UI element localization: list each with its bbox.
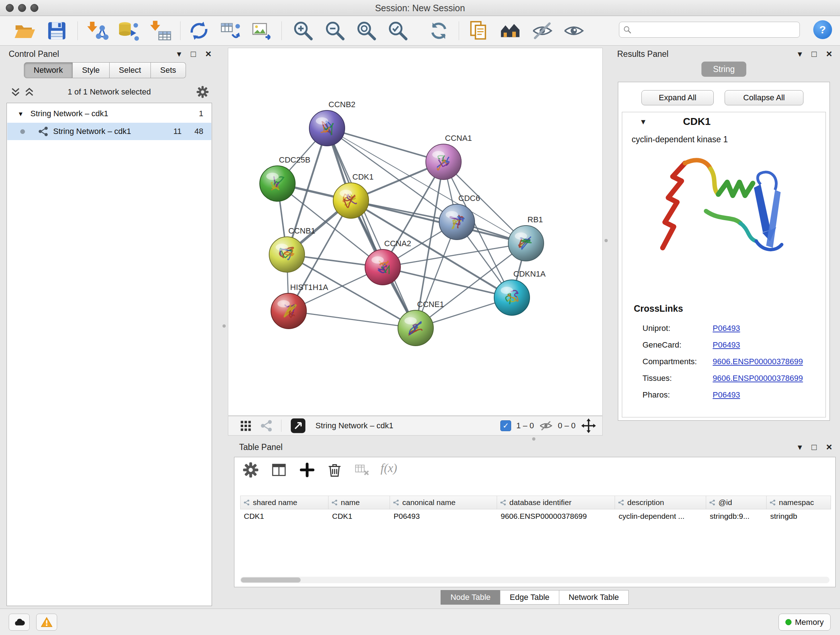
column-header-name[interactable]: name (328, 496, 390, 509)
tab-select[interactable]: Select (110, 62, 151, 78)
selected-checkbox[interactable]: ✓ (500, 420, 511, 431)
import-network-from-file-button[interactable] (87, 20, 109, 42)
add-column-button[interactable] (299, 462, 316, 478)
network-node-rb1[interactable]: RB1 (508, 215, 544, 261)
collapse-all-button[interactable]: Collapse All (725, 90, 804, 105)
share-view-button[interactable] (260, 419, 273, 432)
import-network-from-database-button[interactable] (117, 20, 139, 42)
tab-sets[interactable]: Sets (151, 62, 186, 78)
warnings-button[interactable] (36, 614, 57, 631)
results-panel-title: Results Panel (617, 49, 668, 59)
zoom-fit-icon (355, 20, 377, 42)
tab-style[interactable]: Style (73, 62, 110, 78)
scrollbar-thumb[interactable] (241, 578, 301, 583)
delete-table-button[interactable] (354, 462, 370, 478)
move-crosshair-icon (581, 418, 597, 434)
network-edge[interactable] (289, 311, 416, 328)
network-collection-row[interactable]: ▾ String Network – cdk1 1 (7, 105, 211, 122)
close-panel-icon[interactable]: × (826, 442, 832, 453)
function-builder-button[interactable]: f(x) (381, 462, 397, 475)
table-row[interactable]: CDK1CDK1P064939606.ENSP00000378699cyclin… (240, 509, 831, 523)
entry-expander-icon[interactable]: ▾ (641, 117, 645, 127)
search-input[interactable] (635, 25, 796, 35)
protein-structure-image (652, 153, 796, 283)
tab-node-table[interactable]: Node Table (441, 590, 500, 605)
table-body: CDK1CDK1P064939606.ENSP00000378699cyclin… (240, 509, 831, 523)
tab-network-table[interactable]: Network Table (559, 590, 629, 605)
show-annotations-button[interactable] (563, 20, 584, 42)
tab-string[interactable]: String (701, 62, 746, 77)
open-in-window-button[interactable] (290, 418, 306, 434)
hide-annotations-button[interactable] (531, 20, 553, 42)
crosslink-value-link[interactable]: P06493 (713, 390, 740, 400)
zoom-selected-button[interactable] (387, 20, 409, 42)
network-edge[interactable] (327, 128, 444, 162)
panel-menu-icon[interactable]: ▾ (798, 49, 802, 59)
close-panel-icon[interactable]: × (826, 49, 832, 59)
network-edge[interactable] (327, 128, 416, 328)
column-header-id[interactable]: @id (706, 496, 767, 509)
copy-document-button[interactable] (468, 20, 489, 42)
column-header-shared-name[interactable]: shared name (240, 496, 328, 509)
tab-edge-table[interactable]: Edge Table (500, 590, 559, 605)
splitter-handle[interactable] (532, 437, 535, 440)
network-node-ccna1[interactable]: CCNA1 (426, 134, 472, 180)
column-header-canonical-name[interactable]: canonical name (390, 496, 497, 509)
zoom-out-button[interactable] (324, 20, 346, 42)
hidden-toggle-button[interactable] (539, 419, 553, 432)
float-panel-icon[interactable]: □ (191, 49, 196, 59)
network-options-gear-icon[interactable] (196, 86, 209, 98)
expand-all-button[interactable]: Expand All (641, 90, 714, 105)
cloud-button[interactable] (9, 614, 30, 631)
panel-menu-icon[interactable]: ▾ (177, 49, 181, 59)
help-button[interactable]: ? (813, 20, 832, 39)
network-node-cdc6[interactable]: CDC6 (439, 194, 480, 240)
table-options-button[interactable] (242, 462, 259, 478)
crosslink-value-link[interactable]: P06493 (713, 340, 740, 350)
network-row-selected[interactable]: String Network – cdk1 11 48 (7, 123, 211, 140)
home-button[interactable] (500, 20, 521, 42)
crosslink-value-link[interactable]: 9606.ENSP00000378699 (713, 374, 803, 383)
close-panel-icon[interactable]: × (205, 49, 211, 59)
tab-network[interactable]: Network (24, 62, 73, 78)
network-node-ccnb1[interactable]: CCNB1 (269, 226, 316, 272)
splitter-handle[interactable] (605, 239, 608, 242)
network-node-cdc25b[interactable]: CDC25B (260, 155, 310, 201)
memory-button[interactable]: Memory (778, 614, 831, 631)
network-from-table-button[interactable] (219, 20, 241, 42)
save-session-button[interactable] (46, 20, 68, 42)
fit-content-button[interactable] (581, 418, 597, 434)
network-graph[interactable]: CCNB2CCNA1CDC25BCDK1CDC6RB1CCNB1CCNA2CDK… (228, 48, 602, 415)
network-node-ccnb2[interactable]: CCNB2 (309, 100, 355, 146)
tree-expander-icon[interactable]: ▾ (15, 109, 26, 118)
grid-view-button[interactable] (239, 419, 252, 432)
column-header-namespac[interactable]: namespac (767, 496, 831, 509)
import-table-from-file-button[interactable] (150, 20, 172, 42)
node-label: CDK1 (352, 172, 374, 181)
zoom-in-button[interactable] (292, 20, 314, 42)
crosslink-value-link[interactable]: P06493 (713, 324, 740, 333)
show-columns-button[interactable] (271, 462, 287, 478)
delete-column-button[interactable] (326, 462, 343, 478)
column-header-description[interactable]: description (615, 496, 706, 509)
column-type-icon (243, 499, 250, 506)
network-canvas[interactable]: CCNB2CCNA1CDC25BCDK1CDC6RB1CCNB1CCNA2CDK… (228, 48, 603, 416)
refresh-layout-button[interactable] (428, 20, 450, 42)
panel-menu-icon[interactable]: ▾ (798, 442, 802, 453)
search-box[interactable] (619, 22, 800, 38)
column-header-database-identifier[interactable]: database identifier (497, 496, 615, 509)
string-network-icon (38, 126, 49, 137)
network-node-hist1h1a[interactable]: HIST1H1A (271, 283, 328, 329)
network-node-cdkn1a[interactable]: CDKN1A (494, 269, 546, 315)
open-session-button[interactable] (14, 20, 35, 42)
splitter-handle[interactable] (223, 325, 226, 328)
export-image-button[interactable] (251, 20, 273, 42)
crosslink-value-link[interactable]: 9606.ENSP00000378699 (713, 357, 803, 366)
float-panel-icon[interactable]: □ (812, 49, 817, 59)
new-network-button[interactable] (188, 20, 210, 42)
float-panel-icon[interactable]: □ (812, 442, 817, 453)
zoom-fit-button[interactable] (355, 20, 377, 42)
horizontal-scrollbar[interactable] (240, 577, 829, 583)
table-cell: stringdb (767, 509, 831, 523)
network-edge[interactable] (351, 201, 526, 243)
